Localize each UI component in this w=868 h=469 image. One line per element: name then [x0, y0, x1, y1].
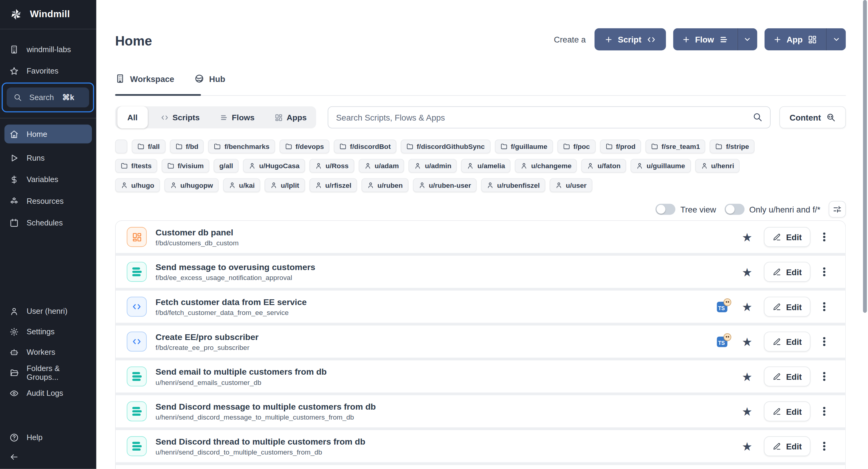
segment-apps[interactable]: Apps — [267, 108, 314, 126]
sidebar-item-resources[interactable]: Resources — [4, 191, 92, 210]
filter-chip[interactable]: f/devops — [279, 139, 330, 153]
sidebar-item-home[interactable]: Home — [4, 124, 92, 143]
filter-chip[interactable]: u/rfiszel — [309, 178, 357, 192]
item-title[interactable]: Send message to overusing customers — [156, 262, 315, 273]
filter-chip[interactable]: u/faton — [581, 159, 626, 173]
favorite-star-icon[interactable]: ★ — [742, 405, 752, 417]
list-item[interactable]: Fetch customer data from EE service f/bd… — [116, 290, 845, 323]
list-item[interactable]: Send email to multiple customers from db… — [116, 361, 845, 393]
filter-chip[interactable]: f/guillaume — [495, 139, 553, 153]
item-title[interactable]: Create EE/pro subscriber — [156, 332, 258, 342]
edit-button[interactable]: Edit — [764, 436, 811, 456]
sidebar-item-variables[interactable]: Variables — [4, 170, 92, 189]
kebab-menu-icon[interactable] — [821, 439, 828, 453]
list-item[interactable]: Customer db panel f/bd/customers_db_cust… — [116, 221, 845, 253]
favorite-star-icon[interactable]: ★ — [742, 371, 752, 382]
filter-chip[interactable]: u/ruben — [361, 178, 408, 192]
filter-chip[interactable]: u/hugo — [115, 178, 160, 192]
favorite-star-icon[interactable]: ★ — [742, 336, 752, 347]
filter-chip[interactable]: f/poc — [557, 139, 595, 153]
sidebar-search[interactable]: Search ⌘k — [2, 83, 94, 113]
only-owner-toggle[interactable] — [724, 204, 744, 215]
filter-chip[interactable]: u/user — [550, 178, 592, 192]
segment-flows[interactable]: Flows — [213, 108, 262, 126]
sidebar-item-help[interactable]: Help — [4, 428, 92, 447]
filter-chip[interactable]: f/discordBot — [334, 139, 396, 153]
filter-chip[interactable]: u/adam — [359, 159, 404, 173]
item-title[interactable]: Send Discord thread to multiple customer… — [156, 436, 365, 447]
edit-button[interactable]: Edit — [764, 227, 811, 247]
filter-chip[interactable]: f/stripe — [710, 139, 755, 153]
sidebar-item-user[interactable]: User (henri) — [4, 302, 92, 320]
list-item[interactable]: Send Discord message to multiple custome… — [116, 395, 845, 428]
create-app-dropdown-button[interactable] — [826, 28, 846, 50]
kebab-menu-icon[interactable] — [821, 405, 828, 418]
kebab-menu-icon[interactable] — [821, 265, 828, 279]
item-title[interactable]: Fetch customer data from EE service — [156, 296, 307, 307]
sidebar-item-audit-logs[interactable]: Audit Logs — [4, 384, 92, 402]
segment-all[interactable]: All — [117, 106, 147, 128]
list-item[interactable]: Create EE/pro subscriber f/bd/create_ee_… — [116, 325, 845, 358]
search-input[interactable] — [328, 106, 770, 128]
content-search-button[interactable]: Content — [780, 106, 846, 128]
item-title[interactable]: Send Discord message to multiple custome… — [156, 401, 376, 412]
scrollbar-thumb[interactable] — [863, 0, 867, 313]
edit-button[interactable]: Edit — [764, 367, 811, 386]
create-flow-dropdown-button[interactable] — [737, 28, 757, 50]
favorite-star-icon[interactable]: ★ — [742, 266, 752, 278]
filter-chip[interactable]: u/guillaume — [630, 159, 690, 173]
create-app-button[interactable]: App — [764, 28, 826, 50]
favorite-star-icon[interactable]: ★ — [742, 440, 752, 452]
edit-button[interactable]: Edit — [764, 402, 811, 421]
filter-chip[interactable]: f/discordGithubSync — [401, 139, 490, 153]
item-title[interactable]: Send email to multiple customers from db — [156, 367, 327, 377]
brand[interactable]: Windmill — [0, 0, 96, 29]
kebab-menu-icon[interactable] — [821, 300, 828, 313]
filter-chip[interactable]: f/bd — [170, 139, 204, 153]
kebab-menu-icon[interactable] — [821, 230, 828, 244]
tab-hub[interactable]: Hub — [194, 73, 225, 91]
edit-button[interactable]: Edit — [764, 262, 811, 282]
list-item[interactable]: Send Discord thread to multiple customer… — [116, 430, 845, 462]
filter-chip[interactable] — [115, 139, 127, 153]
filter-chip[interactable]: u/kai — [223, 178, 260, 192]
edit-button[interactable]: Edit — [764, 296, 811, 316]
list-item[interactable]: Send message to overusing customers f/bd… — [116, 256, 845, 288]
tree-view-toggle[interactable] — [655, 204, 675, 215]
filter-chip[interactable]: f/prod — [600, 139, 641, 153]
filter-chip[interactable]: u/hugopw — [164, 178, 218, 192]
filter-chip[interactable]: f/visium — [161, 159, 209, 173]
sidebar-item-runs[interactable]: Runs — [4, 148, 92, 167]
tab-workspace[interactable]: Workspace — [115, 73, 174, 91]
kebab-menu-icon[interactable] — [821, 370, 828, 383]
sidebar-item-schedules[interactable]: Schedules — [4, 213, 92, 232]
filter-chip[interactable]: u/changeme — [515, 159, 577, 173]
kebab-menu-icon[interactable] — [821, 335, 828, 348]
filter-chip[interactable]: g/all — [214, 159, 239, 173]
filter-chip[interactable]: f/benchmarks — [208, 139, 275, 153]
filter-chip[interactable]: u/admin — [409, 159, 457, 173]
filter-chip[interactable]: u/amelia — [461, 159, 511, 173]
filter-chip[interactable]: f/tests — [115, 159, 157, 173]
favorite-star-icon[interactable]: ★ — [742, 301, 752, 313]
sidebar-item-folders-groups[interactable]: Folders & Groups... — [4, 363, 92, 382]
advanced-filters-button[interactable] — [829, 201, 846, 218]
favorite-star-icon[interactable]: ★ — [742, 231, 752, 243]
filter-chip[interactable]: u/HugoCasa — [243, 159, 305, 173]
create-script-button[interactable]: Script — [595, 28, 666, 50]
filter-chip[interactable]: u/lplit — [265, 178, 305, 192]
filter-chip[interactable]: u/ruben-user — [412, 178, 476, 192]
sidebar-item-workspace[interactable]: windmill-labs — [4, 40, 92, 59]
filter-chip[interactable]: u/henri — [695, 159, 740, 173]
item-title[interactable]: Customer db panel — [156, 227, 239, 238]
filter-chip[interactable]: f/all — [132, 139, 165, 153]
sidebar-item-settings[interactable]: Settings — [4, 322, 92, 341]
create-flow-button[interactable]: Flow — [673, 28, 737, 50]
edit-button[interactable]: Edit — [764, 332, 811, 351]
filter-chip[interactable]: u/Ross — [310, 159, 354, 173]
filter-chip[interactable]: f/sre_team1 — [646, 139, 706, 153]
filter-chip[interactable]: u/rubenfiszel — [481, 178, 545, 192]
collapse-sidebar-button[interactable] — [4, 447, 28, 466]
sidebar-item-workers[interactable]: Workers — [4, 343, 92, 362]
segment-scripts[interactable]: Scripts — [153, 108, 207, 126]
